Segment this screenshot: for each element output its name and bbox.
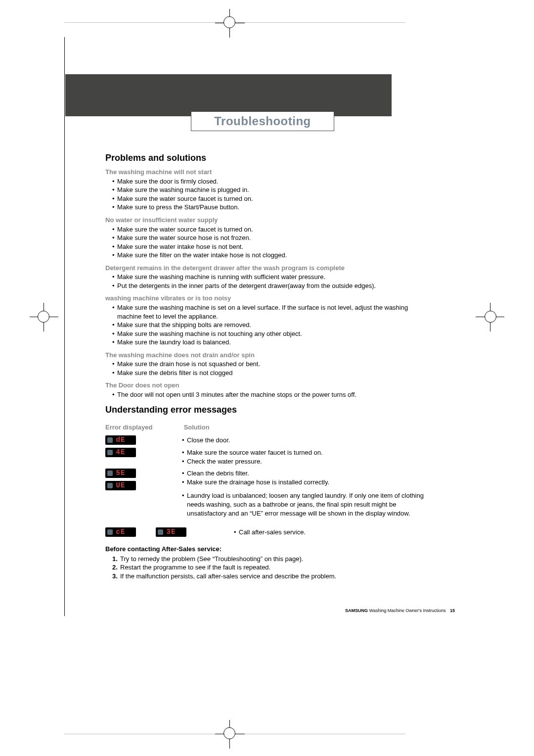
error-solution: Close the door. [182, 436, 432, 445]
footer-brand: SAMSUNG [345, 608, 368, 613]
chapter-title: Troubleshooting [191, 111, 334, 131]
crop-mark-top [0, 0, 534, 37]
solution-col-header: Solution [184, 423, 210, 432]
problem-item: Make sure the water intake hose is not b… [112, 242, 432, 251]
before-contact-heading: Before contacting After-Sales service: [105, 545, 432, 554]
problem-heading: washing machine vibrates or is too noisy [105, 294, 432, 303]
before-step: 3. If the malfunction persists, call aft… [112, 572, 432, 581]
problem-item: Make sure the laundry load is balanced. [112, 338, 432, 347]
problem-heading: The washing machine does not drain and/o… [105, 351, 432, 360]
problem-item: Make sure the washing machine is set on … [112, 303, 432, 321]
page-footer: SAMSUNG Washing Machine Owner's Instruct… [345, 608, 455, 613]
problem-item: The door will not open until 3 minutes a… [112, 390, 432, 399]
problem-item: Make sure the washing machine is not tou… [112, 330, 432, 338]
error-code-badge: 3E [156, 527, 186, 537]
problem-item: Make sure that the shipping bolts are re… [112, 321, 432, 330]
problem-item: Make sure the debris filter is not clogg… [112, 369, 432, 378]
problem-item: Make sure the filter on the water intake… [112, 251, 432, 260]
chapter-title-text: Troubleshooting [214, 114, 311, 128]
problem-item: Put the detergents in the inner parts of… [112, 282, 432, 290]
error-solution: Clean the debris filter. [182, 469, 432, 478]
error-solution: Laundry load is unbalanced; loosen any t… [182, 491, 432, 518]
error-solution: Make sure the drainage hose is installed… [182, 478, 432, 487]
problem-heading: No water or insufficient water supply [105, 216, 432, 225]
before-step: 1. Try to remedy the problem (See “Troub… [112, 555, 432, 564]
problem-item: Make sure the drain hose is not squashed… [112, 360, 432, 369]
problem-item: Make sure the washing machine is running… [112, 273, 432, 282]
section-heading-errors: Understanding error messages [105, 404, 432, 416]
error-col-header: Error displayed [105, 423, 182, 432]
error-solution: Check the water pressure. [182, 457, 432, 466]
page-frame: Troubleshooting Problems and solutions T… [64, 37, 470, 616]
problem-item: Make sure the water source hose is not f… [112, 234, 432, 242]
problem-item: Make sure the washing machine is plugged… [112, 186, 432, 194]
problem-item: Make sure the water source faucet is tur… [112, 194, 432, 203]
error-code-badge: dE [105, 435, 136, 445]
problem-heading: The washing machine will not start [105, 168, 432, 177]
crop-mark-bottom [0, 714, 534, 756]
footer-page: 15 [450, 608, 455, 613]
problem-item: Make sure to press the Start/Pause butto… [112, 203, 432, 212]
error-code-badge: 4E [105, 448, 136, 457]
problem-heading: The Door does not open [105, 381, 432, 390]
error-solution: Make sure the source water faucet is tur… [182, 448, 432, 457]
error-code-badge: 5E [105, 469, 136, 478]
error-solution: Call after-sales service. [234, 528, 432, 537]
before-step: 2. Restart the programme to see if the f… [112, 563, 432, 572]
footer-text: Washing Machine Owner's Instructions [369, 608, 446, 613]
problem-heading: Detergent remains in the detergent drawe… [105, 264, 432, 273]
problem-item: Make sure the door is firmly closed. [112, 177, 432, 186]
error-code-badge: UE [105, 481, 136, 490]
header-band [65, 74, 392, 116]
problem-item: Make sure the water source faucet is tur… [112, 225, 432, 234]
section-heading-problems: Problems and solutions [105, 152, 432, 164]
error-code-badge: cE [105, 527, 136, 537]
